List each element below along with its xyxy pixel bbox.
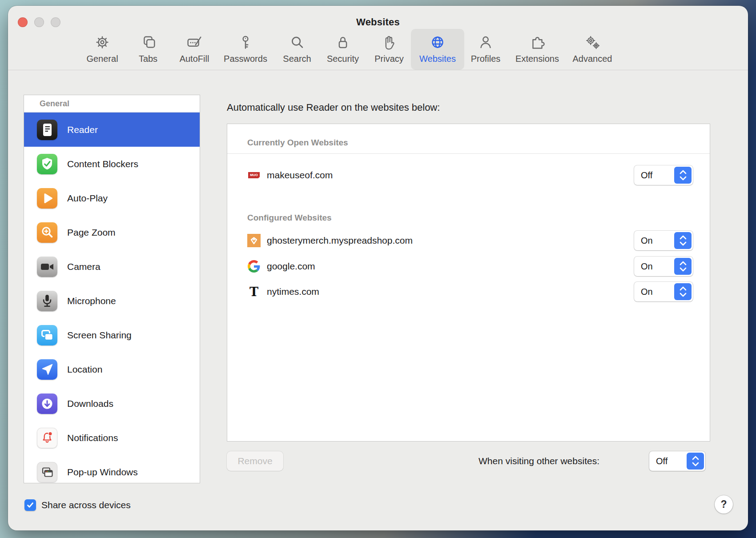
sidebar: General Reader Content Blockers Auto-Pla…: [24, 95, 200, 483]
when-visiting-label: When visiting other websites:: [355, 456, 599, 466]
websites-list: Currently Open Websites MUO makeuseof.co…: [227, 124, 710, 442]
gear-icon: [92, 32, 113, 53]
sidebar-item-page-zoom[interactable]: Page Zoom: [24, 215, 200, 249]
site-row-nytimes[interactable]: T nytimes.com: [247, 285, 319, 298]
page-zoom-icon: [37, 222, 57, 243]
tab-autofill-label: AutoFill: [180, 54, 209, 64]
tab-websites[interactable]: Websites: [411, 29, 464, 70]
lock-icon: [333, 32, 353, 53]
reader-icon: [37, 120, 57, 140]
camera-icon: [37, 257, 57, 277]
muo-favicon: MUO: [247, 169, 261, 182]
chevron-up-down-icon: [674, 167, 692, 184]
share-label: Share across devices: [41, 500, 131, 510]
chevron-up-down-icon: [687, 453, 704, 470]
location-icon: [37, 359, 57, 380]
preferences-window: Websites General Tabs AutoFill: [8, 6, 748, 530]
sidebar-section-header: General: [24, 95, 200, 112]
tab-tabs-label: Tabs: [139, 54, 157, 64]
sidebar-item-label: Reader: [67, 124, 98, 135]
tab-security-label: Security: [327, 54, 359, 64]
reader-setting-nytimes[interactable]: On: [634, 282, 693, 301]
gears-icon: [582, 32, 603, 53]
key-icon: [235, 32, 256, 53]
checkbox-checked-icon[interactable]: [24, 499, 36, 511]
tab-security[interactable]: Security: [316, 29, 370, 70]
tab-tabs[interactable]: Tabs: [121, 29, 175, 70]
remove-button[interactable]: Remove: [227, 451, 283, 471]
sidebar-item-camera[interactable]: Camera: [24, 249, 200, 284]
svg-text:MUO: MUO: [250, 173, 258, 177]
window-title: Websites: [8, 16, 748, 28]
chevron-up-down-icon: [674, 283, 692, 300]
site-row-makeuseof[interactable]: MUO makeuseof.com: [247, 169, 333, 182]
notifications-icon: [37, 428, 57, 448]
dropdown-value: On: [634, 287, 653, 297]
sidebar-item-pop-up-windows[interactable]: Pop-up Windows: [24, 455, 200, 483]
reader-setting-makeuseof[interactable]: Off: [634, 165, 693, 185]
dropdown-value: Off: [649, 456, 668, 466]
sidebar-item-auto-play[interactable]: Auto-Play: [24, 181, 200, 215]
globe-icon: [427, 32, 448, 53]
dropdown-value: On: [634, 261, 653, 272]
pop-up-windows-icon: [37, 462, 57, 482]
sidebar-item-label: Screen Sharing: [67, 330, 132, 341]
sidebar-item-microphone[interactable]: Microphone: [24, 284, 200, 318]
site-row-google[interactable]: google.com: [247, 260, 315, 273]
site-name: google.com: [267, 261, 315, 272]
help-button[interactable]: ?: [715, 495, 733, 514]
tab-privacy[interactable]: Privacy: [362, 29, 416, 70]
chevron-up-down-icon: [674, 258, 692, 275]
tab-autofill[interactable]: AutoFill: [168, 29, 221, 70]
puzzle-icon: [527, 32, 547, 53]
sidebar-item-label: Page Zoom: [67, 227, 116, 238]
tab-extensions-label: Extensions: [515, 54, 559, 64]
google-favicon: [247, 260, 261, 273]
sidebar-item-label: Notifications: [67, 433, 118, 443]
tab-profiles[interactable]: Profiles: [459, 29, 512, 70]
site-row-ghosterymerch[interactable]: ghosterymerch.myspreadshop.com: [247, 234, 413, 247]
nytimes-favicon: T: [247, 285, 261, 298]
page-title: Automatically use Reader on the websites…: [227, 102, 440, 113]
when-visiting-setting[interactable]: Off: [649, 451, 705, 471]
tab-search[interactable]: Search: [270, 29, 324, 70]
sidebar-item-content-blockers[interactable]: Content Blockers: [24, 147, 200, 181]
downloads-icon: [37, 393, 57, 414]
sidebar-item-downloads[interactable]: Downloads: [24, 386, 200, 421]
tab-advanced[interactable]: Advanced: [566, 29, 619, 70]
sidebar-item-label: Location: [67, 364, 102, 375]
tab-privacy-label: Privacy: [374, 54, 404, 64]
reader-setting-google[interactable]: On: [634, 257, 693, 276]
sidebar-item-label: Auto-Play: [67, 193, 108, 204]
tab-general[interactable]: General: [76, 29, 129, 70]
microphone-icon: [37, 291, 57, 311]
section-header-configured: Configured Websites: [247, 213, 332, 223]
sidebar-item-reader[interactable]: Reader: [24, 112, 200, 147]
tab-extensions[interactable]: Extensions: [511, 29, 564, 70]
spreadshop-favicon: [247, 234, 261, 247]
reader-setting-ghosterymerch[interactable]: On: [634, 231, 693, 250]
tab-search-label: Search: [283, 54, 311, 64]
sidebar-item-label: Content Blockers: [67, 159, 138, 169]
auto-play-icon: [37, 188, 57, 209]
section-header-currently-open: Currently Open Websites: [247, 138, 348, 148]
person-icon: [475, 32, 496, 53]
sidebar-item-label: Downloads: [67, 398, 113, 409]
sidebar-item-label: Microphone: [67, 296, 116, 306]
tab-general-label: General: [86, 54, 118, 64]
tab-passwords[interactable]: Passwords: [219, 29, 272, 70]
hand-icon: [379, 32, 399, 53]
site-name: makeuseof.com: [267, 170, 333, 181]
toolbar-divider: [8, 70, 748, 70]
sidebar-item-notifications[interactable]: Notifications: [24, 421, 200, 455]
dropdown-value: Off: [634, 170, 652, 181]
tabs-icon: [138, 32, 158, 53]
screen-sharing-icon: [37, 325, 57, 345]
site-name: ghosterymerch.myspreadshop.com: [267, 235, 413, 246]
sidebar-item-location[interactable]: Location: [24, 352, 200, 386]
search-icon: [287, 32, 307, 53]
sidebar-item-screen-sharing[interactable]: Screen Sharing: [24, 318, 200, 352]
share-across-devices[interactable]: Share across devices: [24, 499, 131, 511]
dropdown-value: On: [634, 236, 653, 246]
sidebar-item-label: Pop-up Windows: [67, 467, 138, 478]
